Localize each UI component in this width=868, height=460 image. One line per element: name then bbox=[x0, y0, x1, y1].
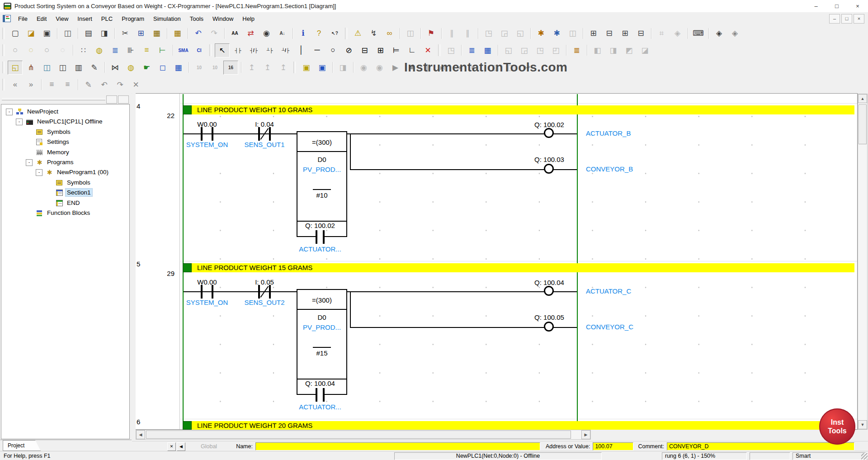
coil-symbol: CONVEYOR_B bbox=[586, 166, 703, 173]
block-divider bbox=[297, 309, 346, 310]
coil-address: Q: 100.03 bbox=[515, 156, 583, 163]
rung-number: 5 bbox=[137, 261, 155, 268]
contact-nc[interactable] bbox=[257, 126, 273, 142]
operand-overline bbox=[313, 189, 331, 190]
field-bar-collapse-button[interactable]: ◀ bbox=[177, 442, 185, 451]
coil-address: Q: 100.05 bbox=[515, 314, 583, 321]
output-coil[interactable] bbox=[544, 322, 554, 332]
rung-comment-banner[interactable]: LINE PRODUCT WEIGHT 20 GRAMS bbox=[192, 421, 854, 430]
block-mnemonic: =(300) bbox=[297, 297, 347, 304]
status-cursor-position: rung 6 (6, 1) - 150% bbox=[662, 452, 747, 460]
output-coil[interactable] bbox=[544, 286, 554, 296]
cx-programmer-window: Product Sorting System on a Conveyor Bas… bbox=[0, 0, 868, 460]
branch-line bbox=[350, 291, 351, 328]
rung-number: 6 bbox=[137, 418, 155, 426]
block-operand: #10 bbox=[297, 192, 347, 199]
contact-nc[interactable] bbox=[257, 284, 273, 299]
contact-bar bbox=[323, 388, 325, 402]
coil-symbol: ACTUATOR_C bbox=[586, 288, 703, 295]
rung-step-number: 22 bbox=[146, 112, 175, 119]
comment-label: Comment: bbox=[638, 443, 664, 450]
wire bbox=[297, 236, 316, 237]
block-operand-symbol: PV_PROD... bbox=[297, 166, 347, 173]
contact-bar bbox=[316, 388, 317, 402]
contact-symbol: SENS_OUT2 bbox=[233, 299, 296, 306]
contact-symbol: SYSTEM_ON bbox=[175, 141, 239, 148]
insttools-logo-line2: Tools bbox=[828, 427, 846, 435]
rung-comment-banner[interactable]: LINE PRODUCT WEIGHT 15 GRAMS bbox=[192, 263, 854, 272]
vertical-scrollbar[interactable]: ▲ ▼ bbox=[858, 94, 868, 430]
coil-symbol: CONVEYOR_C bbox=[586, 323, 703, 331]
operand-overline bbox=[313, 347, 331, 348]
contact-bar bbox=[323, 230, 325, 244]
scroll-left-button[interactable]: ◀ bbox=[136, 430, 145, 439]
branch-line bbox=[350, 133, 351, 170]
name-label: Name: bbox=[236, 443, 253, 450]
symbol-field-bar: ✕ ◀ Global Name: Address or Value: 100.0… bbox=[132, 441, 868, 451]
vertical-scroll-thumb[interactable] bbox=[859, 104, 867, 144]
status-mode: Smart bbox=[793, 452, 866, 460]
coil-symbol: ACTUATOR_B bbox=[586, 130, 703, 137]
block-divider bbox=[297, 151, 346, 152]
rung-step-number: 29 bbox=[146, 270, 175, 277]
status-plc-connection: NewPLC1(Net:0,Node:0) - Offline bbox=[394, 452, 602, 460]
rung-comment-marker[interactable] bbox=[183, 105, 192, 114]
horizontal-scrollbar[interactable]: ◀ ▶ bbox=[136, 430, 591, 440]
block-operand: D0 bbox=[297, 156, 347, 163]
coil-address: Q: 100.02 bbox=[515, 121, 583, 128]
wire bbox=[350, 169, 577, 170]
wire bbox=[184, 133, 577, 134]
rung-number: 4 bbox=[137, 103, 155, 110]
insttools-logo: Inst Tools bbox=[819, 408, 855, 445]
rung-boundary bbox=[180, 419, 857, 419]
status-help-text: For Help, press F1 bbox=[4, 453, 51, 459]
scroll-down-button[interactable]: ▼ bbox=[858, 420, 867, 429]
wire bbox=[184, 291, 577, 292]
block-operand-symbol: PV_PROD... bbox=[297, 324, 347, 331]
feedback-contact-symbol: ACTUATOR... bbox=[290, 403, 350, 411]
rung-comment-marker[interactable] bbox=[183, 263, 192, 272]
feedback-contact-symbol: ACTUATOR... bbox=[290, 246, 350, 253]
scroll-up-button[interactable]: ▲ bbox=[858, 94, 867, 103]
global-label: Global bbox=[201, 443, 217, 450]
feedback-contact-address: Q: 100.02 bbox=[290, 222, 350, 229]
wire bbox=[324, 394, 347, 395]
wire bbox=[350, 327, 577, 328]
block-mnemonic: =(300) bbox=[297, 139, 347, 146]
contact-no[interactable] bbox=[200, 126, 215, 142]
field-bar-close-button[interactable]: ✕ bbox=[167, 442, 176, 451]
watermark: InstrumentationTools.com bbox=[404, 60, 568, 75]
output-coil[interactable] bbox=[544, 164, 554, 174]
wire bbox=[324, 236, 347, 237]
comment-field[interactable]: CONVEYOR_D bbox=[667, 442, 854, 451]
status-empty-cell bbox=[750, 452, 790, 460]
rung-comment-marker[interactable] bbox=[183, 421, 192, 430]
rung-comment-banner[interactable]: LINE PRODUCT WEIGHT 10 GRAMS bbox=[192, 105, 854, 114]
block-operand: #15 bbox=[297, 350, 347, 357]
feedback-contact-address: Q: 100.04 bbox=[290, 380, 350, 387]
rung-boundary bbox=[180, 261, 857, 261]
resize-grip[interactable] bbox=[861, 453, 868, 460]
contact-no[interactable] bbox=[200, 284, 215, 299]
coil-address: Q: 100.04 bbox=[515, 279, 583, 286]
insttools-logo-line1: Inst bbox=[831, 418, 844, 427]
contact-bar bbox=[316, 230, 317, 244]
address-field[interactable]: 100.07 bbox=[593, 442, 633, 451]
name-field[interactable] bbox=[255, 442, 540, 451]
block-operand: D0 bbox=[297, 314, 347, 321]
contact-symbol: SYSTEM_ON bbox=[175, 299, 239, 306]
scroll-right-button[interactable]: ▶ bbox=[581, 430, 590, 439]
status-bar: For Help, press F1 NewPLC1(Net:0,Node:0)… bbox=[0, 451, 868, 460]
address-label: Address or Value: bbox=[546, 443, 590, 450]
right-bus-bar bbox=[577, 94, 578, 430]
output-coil[interactable] bbox=[544, 128, 554, 138]
rung-boundary bbox=[180, 103, 857, 104]
horizontal-scroll-thumb[interactable] bbox=[146, 431, 571, 439]
wire bbox=[297, 394, 316, 395]
contact-symbol: SENS_OUT1 bbox=[233, 141, 296, 148]
